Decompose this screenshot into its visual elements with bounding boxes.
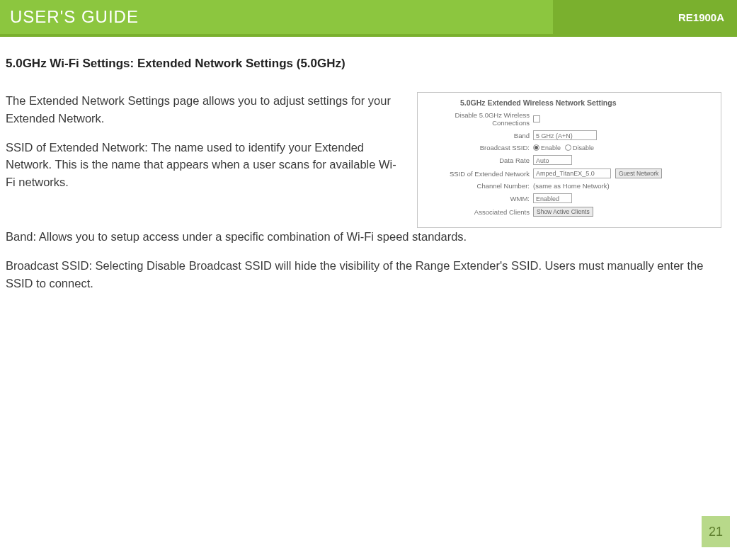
panel-title: 5.0GHz Extended Wireless Network Setting… <box>460 98 714 107</box>
label-data-rate: Data Rate <box>425 156 530 164</box>
header-model: RE1900A <box>678 11 724 23</box>
page-number: 21 <box>709 525 723 539</box>
value-channel-number: (same as Home Network) <box>533 182 610 190</box>
paragraph-ssid: SSID of Extended Network: The name used … <box>6 139 404 191</box>
select-wmm[interactable]: Enabled <box>533 193 572 203</box>
paragraph-overview: The Extended Network Settings page allow… <box>6 92 404 127</box>
label-associated-clients: Associated Clients <box>425 208 530 216</box>
button-guest-network[interactable]: Guest Network <box>615 168 662 178</box>
input-ssid-extended[interactable]: Amped_TitanEX_5.0 <box>533 168 611 178</box>
header-title: USER'S GUIDE <box>10 7 139 27</box>
checkbox-disable-wireless[interactable] <box>533 115 540 122</box>
label-broadcast-ssid: Broadcast SSID: <box>425 144 530 152</box>
page-header: USER'S GUIDE RE1900A <box>0 0 737 37</box>
label-band: Band <box>425 132 530 139</box>
radio-disable-label: Disable <box>573 144 594 152</box>
label-channel-number: Channel Number: <box>425 182 530 190</box>
page-number-box: 21 <box>702 516 730 547</box>
select-data-rate[interactable]: Auto <box>533 155 572 165</box>
label-ssid-extended: SSID of Extended Network <box>425 170 530 178</box>
select-band[interactable]: 5 GHz (A+N) <box>533 130 597 140</box>
label-disable-wireless: Disable 5.0GHz Wireless Connections <box>425 111 530 127</box>
page-content: 5.0GHz Wi-Fi Settings: Extended Network … <box>0 37 737 317</box>
radio-enable-label: Enable <box>541 144 561 152</box>
radio-dot-icon <box>533 144 539 151</box>
label-wmm: WMM: <box>425 195 530 202</box>
radio-enable[interactable]: Enable <box>533 144 561 152</box>
radio-disable[interactable]: Disable <box>565 144 594 152</box>
button-show-active-clients[interactable]: Show Active Clients <box>533 207 593 217</box>
paragraph-broadcast-ssid: Broadcast SSID: Selecting Disable Broadc… <box>6 257 721 292</box>
settings-screenshot-panel: 5.0GHz Extended Wireless Network Setting… <box>417 92 721 228</box>
section-title: 5.0GHz Wi-Fi Settings: Extended Network … <box>6 57 721 71</box>
radio-dot-icon <box>565 144 571 151</box>
paragraph-band: Band: Allows you to setup access under a… <box>6 228 721 246</box>
